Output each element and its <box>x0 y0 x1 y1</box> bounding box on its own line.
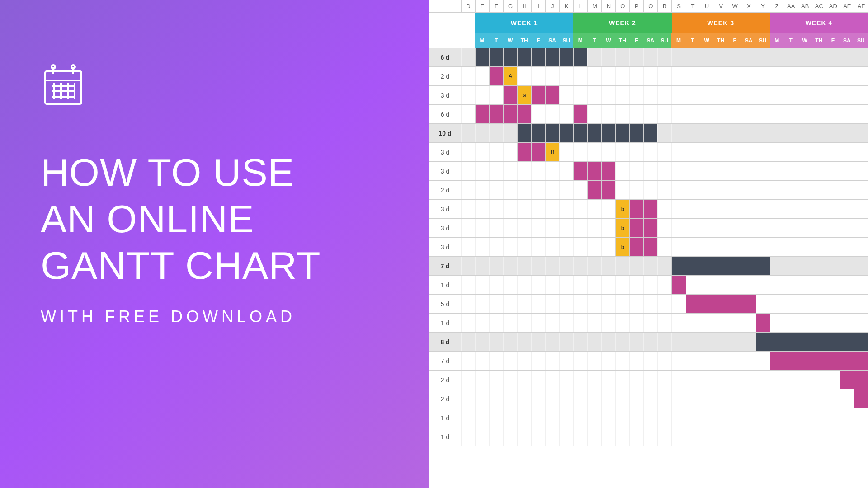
column-letter: U <box>700 0 714 12</box>
task-duration: 2 d <box>429 371 461 389</box>
column-letter: P <box>629 0 643 12</box>
gantt-bar-cell <box>587 124 601 142</box>
gantt-bar-cell <box>489 48 503 66</box>
gantt-bar-cell <box>517 124 531 142</box>
gantt-bar-cell <box>573 105 587 123</box>
gantt-bar-cell <box>784 352 798 370</box>
task-duration: 6 d <box>429 48 461 66</box>
day-header: SU <box>854 33 868 48</box>
gantt-bar-cell <box>545 86 559 104</box>
gantt-bar-cell <box>714 257 728 275</box>
task-row: 5 d <box>429 295 868 314</box>
gantt-bar-cell <box>686 257 700 275</box>
day-header-row: MTWTHFSASUMTWTHFSASUMTWTHFSASUMTWTHFSASU <box>429 33 868 48</box>
week-header: WEEK 1 <box>475 13 573 33</box>
task-row: 7 d <box>429 352 868 371</box>
gantt-bar-cell <box>531 143 545 161</box>
gantt-body: 6 d2 dA3 da6 d10 d3 dB3 d2 d3 db3 db3 db… <box>429 48 868 446</box>
task-duration: 3 d <box>429 238 461 256</box>
task-row: 3 d <box>429 162 868 181</box>
gantt-bar-cell <box>517 143 531 161</box>
gantt-bar-cell <box>503 105 517 123</box>
day-header: T <box>489 33 503 48</box>
task-duration: 5 d <box>429 295 461 313</box>
gantt-bar-cell <box>503 48 517 66</box>
gantt-bar-cell <box>643 124 657 142</box>
gantt-bar-cell <box>531 124 545 142</box>
task-row: 1 d <box>429 427 868 446</box>
task-row: 7 d <box>429 257 868 276</box>
gantt-bar-cell <box>601 162 615 180</box>
gantt-bar-cell <box>671 276 685 294</box>
gantt-bar-cell <box>756 257 770 275</box>
gantt-bar-cell <box>798 333 812 351</box>
day-header: TH <box>615 33 629 48</box>
gantt-bar-cell <box>531 48 545 66</box>
task-row: 2 d <box>429 389 868 408</box>
gantt-bar-cell <box>489 105 503 123</box>
week-header: WEEK 3 <box>672 13 770 33</box>
task-row: 6 d <box>429 48 868 67</box>
hero-title: HOW TO USE AN ONLINE GANTT CHART <box>41 149 389 289</box>
task-row: 3 da <box>429 86 868 105</box>
gantt-bar-cell <box>728 257 742 275</box>
column-letter: AE <box>840 0 854 12</box>
gantt-bar-cell: a <box>517 86 531 104</box>
task-duration: 3 d <box>429 219 461 237</box>
column-letter: Y <box>756 0 770 12</box>
task-duration: 10 d <box>429 124 461 142</box>
day-header: SU <box>559 33 573 48</box>
task-duration: 1 d <box>429 276 461 294</box>
column-letter: AD <box>826 0 840 12</box>
column-letter: R <box>657 0 671 12</box>
task-row: 1 d <box>429 314 868 333</box>
gantt-bar-cell <box>728 295 742 313</box>
gantt-bar-cell: b <box>615 219 629 237</box>
column-letter: T <box>686 0 700 12</box>
task-row: 2 d <box>429 181 868 200</box>
task-row: 3 dB <box>429 143 868 162</box>
gantt-bar-cell <box>601 124 615 142</box>
column-letter: D <box>461 0 475 12</box>
gantt-bar-cell <box>700 295 714 313</box>
day-header: W <box>700 33 714 48</box>
gantt-bar-cell <box>475 48 489 66</box>
day-header: F <box>728 33 742 48</box>
day-header: SA <box>840 33 854 48</box>
gantt-bar-cell <box>503 86 517 104</box>
day-header: M <box>573 33 587 48</box>
gantt-bar-cell <box>854 371 868 389</box>
gantt-bar-cell <box>573 48 587 66</box>
task-duration: 2 d <box>429 67 461 85</box>
gantt-bar-cell <box>615 124 629 142</box>
gantt-bar-cell <box>629 238 643 256</box>
gantt-bar-cell <box>629 124 643 142</box>
gantt-bar-cell <box>686 295 700 313</box>
day-header: M <box>671 33 685 48</box>
gantt-bar-cell <box>517 48 531 66</box>
column-letter: X <box>742 0 756 12</box>
gantt-bar-cell <box>770 352 784 370</box>
gantt-bar-cell <box>854 389 868 408</box>
hero-subtitle: WITH FREE DOWNLOAD <box>41 307 389 326</box>
task-duration: 7 d <box>429 352 461 370</box>
gantt-bar-cell <box>784 333 798 351</box>
day-header: F <box>826 33 840 48</box>
gantt-bar-cell <box>559 48 573 66</box>
gantt-bar-cell: b <box>615 238 629 256</box>
gantt-bar-cell <box>756 314 770 332</box>
task-duration: 2 d <box>429 181 461 199</box>
task-row: 1 d <box>429 276 868 295</box>
gantt-bar-cell <box>573 124 587 142</box>
column-letter: AC <box>812 0 826 12</box>
hero-panel: HOW TO USE AN ONLINE GANTT CHART WITH FR… <box>0 0 429 488</box>
column-letter: K <box>559 0 573 12</box>
day-header: TH <box>714 33 728 48</box>
column-letter: AF <box>854 0 868 12</box>
task-row: 6 d <box>429 105 868 124</box>
column-letter: J <box>545 0 559 12</box>
column-letter: L <box>573 0 587 12</box>
gantt-bar-cell <box>840 371 854 389</box>
column-letter: H <box>517 0 531 12</box>
gantt-bar-cell <box>742 257 756 275</box>
